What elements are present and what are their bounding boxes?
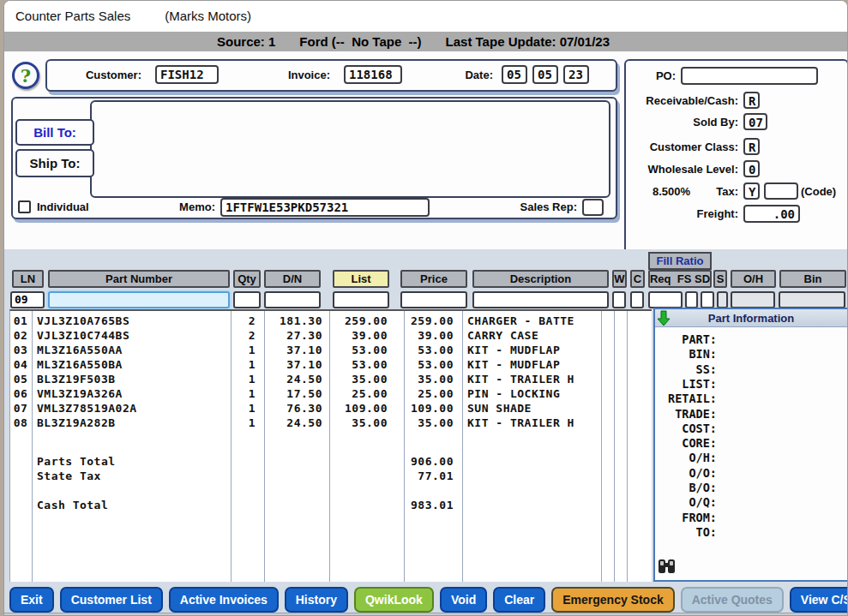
table-row[interactable]: 03ML3Z16A550AA137.1053.0053.00KIT - MUDF… [10, 343, 652, 357]
active-quotes-button: Active Quotes [681, 587, 784, 613]
entry-qty-field[interactable] [233, 291, 261, 308]
bill-to-label: Bill To: [33, 125, 76, 140]
grid-cell-desc: KIT - MUDFLAP [467, 343, 600, 357]
part-info-label: FROM: [655, 511, 717, 525]
grid-cell-price: 35.00 [394, 372, 454, 386]
grid-cell-part: ML3Z16A550AA [37, 343, 226, 357]
fill-ratio-header: Fill Ratio [648, 252, 712, 270]
part-information-title: Part Information [655, 309, 847, 327]
table-row[interactable]: 06VML3Z19A326A117.5025.0025.00PIN - LOCK… [10, 386, 652, 401]
grid-cell-qty: 1 [206, 416, 256, 430]
po-field[interactable] [681, 67, 818, 85]
make-label: Ford (-- No Tape --) [299, 34, 421, 49]
entry-list-field[interactable] [333, 291, 389, 308]
table-row[interactable]: 01VJL3Z10A765BS2181.30259.00259.00CHARGE… [10, 314, 652, 328]
entry-w-field[interactable] [612, 291, 626, 308]
entry-c-field[interactable] [630, 291, 644, 308]
entry-price-field[interactable] [400, 291, 467, 308]
date-year-field[interactable]: 23 [563, 65, 589, 84]
grid-cell-dn: 24.50 [259, 416, 322, 430]
grid-cell-ln: 06 [10, 386, 31, 401]
grid-cell-list: 259.00 [326, 314, 388, 328]
table-row[interactable]: 04ML3Z16A550BA137.1053.0053.00KIT - MUDF… [10, 357, 652, 372]
grid-cell-part: VML3Z19A326A [37, 386, 226, 401]
grid-cell-dn: 24.50 [259, 372, 322, 386]
history-button[interactable]: History [285, 587, 348, 613]
individual-checkbox[interactable] [18, 200, 31, 213]
grid-cell-dn: 37.10 [259, 357, 322, 372]
receivable-cash-field[interactable]: R [743, 92, 760, 109]
entry-dn-field[interactable] [264, 291, 321, 308]
grid-cell-qty: 2 [206, 314, 256, 328]
sold-by-field[interactable]: 07 [743, 113, 767, 130]
entry-ln-field[interactable]: 09 [10, 291, 45, 308]
entry-part-number-field[interactable] [48, 291, 230, 308]
total-amount: 906.00 [394, 454, 454, 469]
customer-class-field[interactable]: R [743, 138, 760, 155]
green-down-arrow-icon [657, 310, 671, 330]
grid-cell-price: 39.00 [394, 328, 454, 343]
tax-flag-field[interactable]: Y [743, 182, 760, 200]
view-c-s-button[interactable]: View C/S [790, 587, 848, 613]
table-row[interactable]: 05BL3Z19F503B124.5035.0035.00KIT - TRAIL… [10, 372, 652, 386]
clear-button[interactable]: Clear [493, 587, 545, 613]
entry-fs-field[interactable] [685, 291, 698, 308]
grid-cell-qty: 2 [206, 328, 256, 343]
part-info-label: RETAIL: [655, 392, 717, 406]
memo-field[interactable]: 1FTFW1E53PKD57321 [220, 198, 430, 217]
entry-sd-field[interactable] [701, 291, 714, 308]
invoice-header-panel: Customer: FISH12 Invoice: 118168 Date: 0… [45, 59, 617, 92]
qwiklook-button[interactable]: QwikLook [354, 587, 434, 613]
table-row[interactable]: 08BL3Z19A282B124.5035.0035.00KIT - TRAIL… [10, 416, 652, 430]
total-label: Parts Total [37, 454, 226, 469]
part-information-panel: Part Information PART:BIN:SS:LIST:RETAIL… [653, 308, 848, 582]
total-amount: 77.01 [394, 469, 454, 483]
date-day-field[interactable]: 05 [532, 65, 558, 84]
grid-cell-desc: CHARGER - BATTE [467, 314, 600, 328]
entry-s-field [717, 291, 728, 308]
source-bar: Source: 1 Ford (-- No Tape --) Last Tape… [4, 32, 847, 51]
part-info-label: BIN: [655, 347, 717, 362]
entry-req-field[interactable] [648, 291, 683, 308]
part-info-label: CORE: [655, 436, 717, 451]
tax-code-field[interactable] [764, 182, 798, 200]
table-row[interactable]: 07VML3Z78519A02A176.30109.00109.00SUN SH… [10, 401, 652, 416]
entry-description-field[interactable] [472, 291, 609, 308]
freight-field[interactable]: .00 [743, 205, 800, 223]
active-invoices-button[interactable]: Active Invoices [169, 587, 279, 613]
page-title: Counter Parts Sales [15, 9, 130, 23]
grid-cell-part: VJL3Z10A765BS [37, 314, 226, 328]
sales-rep-field[interactable] [582, 199, 604, 216]
void-button[interactable]: Void [440, 587, 487, 613]
table-row[interactable]: 02VJL3Z10C744BS227.3039.0039.00CARRY CAS… [10, 328, 652, 343]
date-month-field[interactable]: 05 [502, 65, 527, 84]
counter-parts-sales-window: Counter Parts Sales (Marks Motors) Sourc… [0, 0, 848, 616]
total-amount: 983.01 [394, 498, 454, 512]
exit-button[interactable]: Exit [9, 587, 54, 613]
column-header-bin: Bin [779, 270, 846, 288]
grid-cell-ln: 01 [10, 314, 31, 328]
wholesale-level-field[interactable]: 0 [743, 160, 760, 177]
grid-cell-qty: 1 [206, 401, 256, 416]
part-info-label: O/Q: [655, 495, 717, 510]
invoice-field[interactable]: 118168 [344, 65, 402, 84]
totals-row [10, 483, 652, 498]
customer-list-button[interactable]: Customer List [60, 587, 163, 613]
part-info-label: O/O: [655, 466, 717, 481]
ship-to-tab[interactable]: Ship To: [15, 149, 94, 177]
grid-cell-part: BL3Z19A282B [37, 416, 226, 430]
help-icon[interactable]: ? [12, 62, 39, 89]
bill-to-tab[interactable]: Bill To: [15, 119, 94, 146]
grid-cell-price: 35.00 [394, 416, 454, 430]
grid-cell-desc: KIT - MUDFLAP [467, 357, 600, 372]
total-label: Cash Total [37, 498, 226, 512]
grid-cell-price: 53.00 [394, 357, 454, 372]
customer-field[interactable]: FISH12 [155, 65, 219, 84]
totals-row: State Tax77.01 [10, 469, 652, 483]
emergency-stock-button[interactable]: Emergency Stock [551, 587, 675, 613]
entry-bin-field [779, 291, 845, 308]
column-header-description: Description [472, 270, 609, 288]
grid-cell-part: VJL3Z10C744BS [37, 328, 226, 343]
part-info-label: B/O: [655, 481, 717, 495]
binoculars-icon[interactable] [658, 557, 676, 578]
